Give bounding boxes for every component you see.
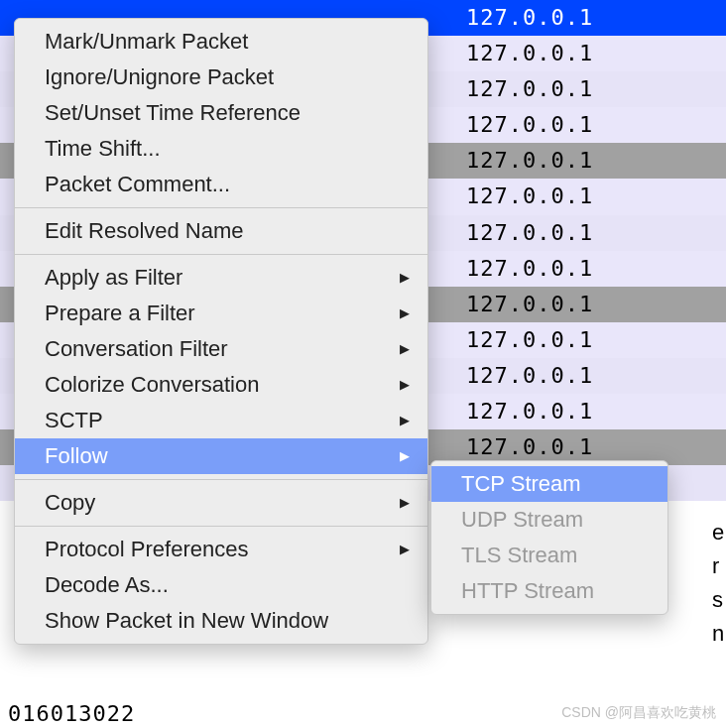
menu-item-label: Mark/Unmark Packet — [45, 24, 248, 60]
menu-item-label: Colorize Conversation — [45, 367, 259, 403]
menu-item-ignore-unignore-packet[interactable]: Ignore/Unignore Packet — [15, 60, 427, 95]
submenu-arrow-icon: ▶ — [400, 532, 410, 567]
menu-item-label: Follow — [45, 438, 108, 474]
partial-char: s — [712, 587, 723, 613]
submenu-item-http-stream: HTTP Stream — [431, 573, 667, 609]
menu-item-mark-unmark-packet[interactable]: Mark/Unmark Packet — [15, 24, 427, 60]
menu-separator — [15, 254, 427, 255]
menu-item-label: Time Shift... — [45, 131, 161, 167]
submenu-item-tls-stream: TLS Stream — [431, 538, 667, 573]
menu-item-prepare-a-filter[interactable]: Prepare a Filter▶ — [15, 296, 427, 331]
partial-char: r — [712, 553, 719, 579]
menu-item-label: Edit Resolved Name — [45, 213, 244, 249]
menu-separator — [15, 207, 427, 208]
menu-item-follow[interactable]: Follow▶ — [15, 438, 427, 474]
menu-item-protocol-preferences[interactable]: Protocol Preferences▶ — [15, 532, 427, 567]
submenu-arrow-icon: ▶ — [400, 438, 410, 474]
submenu-arrow-icon: ▶ — [400, 485, 410, 521]
menu-item-time-shift[interactable]: Time Shift... — [15, 131, 427, 167]
menu-separator — [15, 479, 427, 480]
menu-item-label: Show Packet in New Window — [45, 603, 328, 639]
menu-item-show-packet-in-new-window[interactable]: Show Packet in New Window — [15, 603, 427, 639]
context-menu[interactable]: Mark/Unmark PacketIgnore/Unignore Packet… — [14, 18, 428, 645]
submenu-item-udp-stream: UDP Stream — [431, 502, 667, 538]
follow-submenu[interactable]: TCP StreamUDP StreamTLS StreamHTTP Strea… — [430, 460, 668, 615]
menu-item-label: Packet Comment... — [45, 167, 230, 202]
menu-item-apply-as-filter[interactable]: Apply as Filter▶ — [15, 260, 427, 296]
menu-item-label: Apply as Filter — [45, 260, 182, 296]
submenu-arrow-icon: ▶ — [400, 296, 410, 331]
menu-item-colorize-conversation[interactable]: Colorize Conversation▶ — [15, 367, 427, 403]
packet-bytes-partial: 016013022 — [8, 701, 135, 726]
menu-item-edit-resolved-name[interactable]: Edit Resolved Name — [15, 213, 427, 249]
menu-item-label: Ignore/Unignore Packet — [45, 60, 274, 95]
submenu-arrow-icon: ▶ — [400, 403, 410, 438]
menu-separator — [15, 526, 427, 527]
menu-item-conversation-filter[interactable]: Conversation Filter▶ — [15, 331, 427, 367]
menu-item-set-unset-time-reference[interactable]: Set/Unset Time Reference — [15, 95, 427, 131]
menu-item-label: Conversation Filter — [45, 331, 228, 367]
submenu-item-tcp-stream[interactable]: TCP Stream — [431, 466, 667, 502]
menu-item-label: Set/Unset Time Reference — [45, 95, 301, 131]
menu-item-packet-comment[interactable]: Packet Comment... — [15, 167, 427, 202]
menu-item-decode-as[interactable]: Decode As... — [15, 567, 427, 603]
submenu-arrow-icon: ▶ — [400, 331, 410, 367]
menu-item-label: Decode As... — [45, 567, 169, 603]
menu-item-label: Protocol Preferences — [45, 532, 248, 567]
menu-item-label: SCTP — [45, 403, 103, 438]
submenu-arrow-icon: ▶ — [400, 260, 410, 296]
menu-item-sctp[interactable]: SCTP▶ — [15, 403, 427, 438]
menu-item-label: Copy — [45, 485, 95, 521]
partial-char: e — [712, 520, 724, 546]
partial-char: n — [712, 621, 724, 647]
menu-item-copy[interactable]: Copy▶ — [15, 485, 427, 521]
menu-item-label: Prepare a Filter — [45, 296, 195, 331]
watermark: CSDN @阿昌喜欢吃黄桃 — [561, 704, 716, 722]
submenu-arrow-icon: ▶ — [400, 367, 410, 403]
